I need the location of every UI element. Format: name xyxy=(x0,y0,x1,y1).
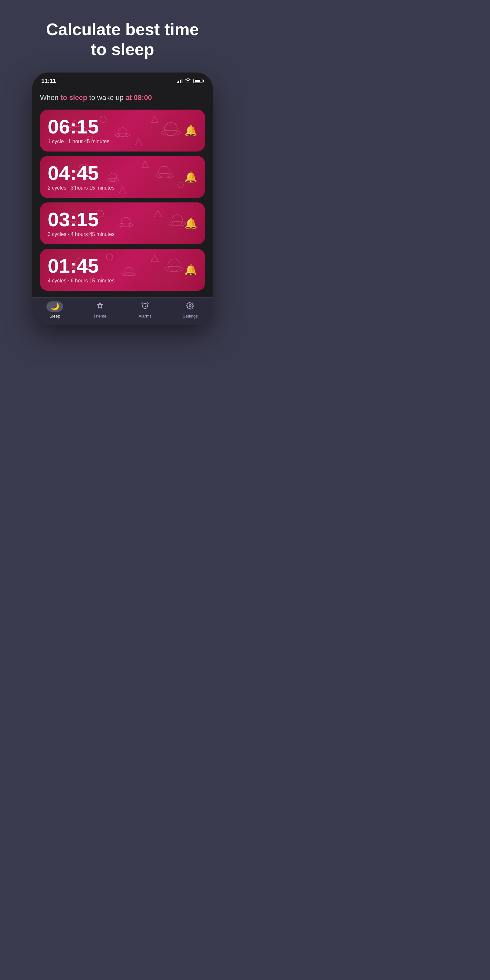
theme-brush-icon xyxy=(96,302,104,312)
nav-item-theme[interactable]: Theme xyxy=(77,301,123,318)
sleep-card-2[interactable]: 04:45 2 cycles · 3 hours 15 minutes 🔔 xyxy=(40,156,205,198)
bell-icon-4: 🔔 xyxy=(185,264,197,276)
signal-icon xyxy=(177,79,183,83)
svg-point-30 xyxy=(165,266,183,271)
svg-point-4 xyxy=(115,133,130,137)
card-4-left: 01:45 4 cycles · 6 hours 15 minutes xyxy=(48,256,115,284)
svg-point-15 xyxy=(178,182,183,188)
card-4-cycles: 4 cycles · 6 hours 15 minutes xyxy=(48,278,115,284)
sleep-card-4[interactable]: 01:45 4 cycles · 6 hours 15 minutes 🔔 xyxy=(40,249,205,291)
card-2-cycles: 2 cycles · 3 hours 15 minutes xyxy=(48,185,115,191)
nav-sleep-icon-wrap: 🌙 xyxy=(46,301,63,312)
status-bar: 11:11 xyxy=(32,73,213,87)
nav-settings-icon-wrap xyxy=(182,301,199,312)
card-4-time: 01:45 xyxy=(48,256,115,276)
nav-item-settings[interactable]: Settings xyxy=(168,301,213,318)
nav-item-sleep[interactable]: 🌙 Sleep xyxy=(32,301,77,318)
battery-icon xyxy=(193,79,204,83)
sleep-cards-list: 06:15 1 cycle · 1 hour 45 minutes 🔔 xyxy=(40,110,205,297)
bell-icon-1: 🔔 xyxy=(185,124,197,137)
card-3-cycles: 3 cycles · 4 hours 45 minutes xyxy=(48,231,115,237)
svg-point-19 xyxy=(121,217,130,226)
nav-alarms-label: Alarms xyxy=(138,313,151,318)
nav-settings-label: Settings xyxy=(183,313,198,318)
phone-mockup: 11:11 xyxy=(32,73,213,325)
status-time: 11:11 xyxy=(41,78,56,84)
card-1-time: 06:15 xyxy=(48,117,109,137)
svg-point-32 xyxy=(189,305,191,307)
svg-point-6 xyxy=(161,130,181,135)
wake-time-subtitle: When to sleep to wake up at 08:00 xyxy=(40,94,205,102)
nav-alarms-icon-wrap xyxy=(137,301,153,312)
alarms-clock-icon xyxy=(141,302,149,312)
svg-point-5 xyxy=(164,123,177,135)
svg-point-29 xyxy=(168,259,180,271)
card-3-time: 03:15 xyxy=(48,210,115,229)
svg-point-3 xyxy=(118,128,127,137)
bell-icon-3: 🔔 xyxy=(185,217,197,229)
bottom-nav: 🌙 Sleep Theme xyxy=(32,297,213,325)
wifi-icon xyxy=(185,78,191,84)
svg-point-22 xyxy=(169,221,186,226)
settings-gear-icon xyxy=(186,302,194,312)
sleep-card-3[interactable]: 03:15 3 cycles · 4 hours 45 minutes 🔔 xyxy=(40,202,205,244)
svg-point-13 xyxy=(156,173,173,178)
nav-theme-icon-wrap xyxy=(92,301,108,312)
subtitle-mid: to wake up xyxy=(88,94,126,102)
card-1-left: 06:15 1 cycle · 1 hour 45 minutes xyxy=(48,117,109,145)
card-3-left: 03:15 3 cycles · 4 hours 45 minutes xyxy=(48,210,115,237)
card-1-cycles: 1 cycle · 1 hour 45 minutes xyxy=(48,138,109,145)
sleep-card-1[interactable]: 06:15 1 cycle · 1 hour 45 minutes 🔔 xyxy=(40,110,205,151)
svg-point-27 xyxy=(125,267,133,275)
subtitle-at: at 08:00 xyxy=(126,94,152,102)
card-2-left: 04:45 2 cycles · 3 hours 15 minutes xyxy=(48,163,115,191)
nav-theme-label: Theme xyxy=(94,313,107,318)
subtitle-prefix: When xyxy=(40,94,60,102)
svg-point-21 xyxy=(172,215,183,226)
status-icons xyxy=(177,78,204,84)
nav-sleep-label: Sleep xyxy=(49,313,60,318)
nav-item-alarms[interactable]: Alarms xyxy=(123,301,168,318)
page-title: Calculate best timeto sleep xyxy=(27,0,218,73)
phone-content: When to sleep to wake up at 08:00 xyxy=(32,87,213,297)
sleep-moon-icon: 🌙 xyxy=(51,302,59,311)
card-2-time: 04:45 xyxy=(48,163,115,183)
subtitle-sleep: to sleep xyxy=(60,94,88,102)
bell-icon-2: 🔔 xyxy=(185,171,197,183)
svg-point-12 xyxy=(159,166,170,178)
